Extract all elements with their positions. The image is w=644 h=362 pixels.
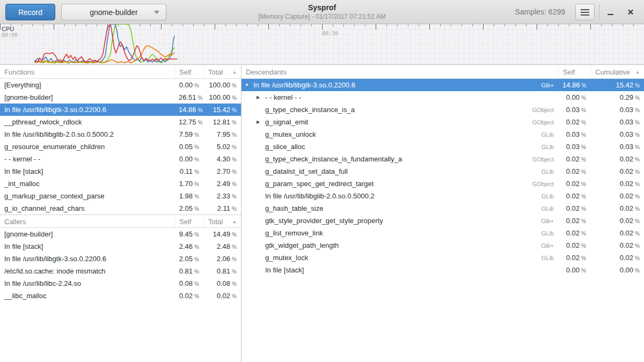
ruler-minor-tick [547,24,548,27]
column-header-self[interactable]: Self [174,215,203,228]
ruler-major-tick [215,24,215,29]
table-row[interactable]: g_type_check_instance_is_aGObject0.03%0.… [241,104,644,116]
column-header-self[interactable]: Self [174,65,203,79]
table-row[interactable]: __libc_malloc0.02%0.02% [0,290,241,302]
table-row[interactable]: In file [stack]0.11%2.70% [0,165,241,178]
column-header-self[interactable]: Self [558,65,590,79]
table-row[interactable]: g_mutex_unlockGLib0.03%0.03% [241,128,644,141]
percent-value: 0.08% [174,279,203,287]
descendants-table: ▼In file /usr/lib/libgtk-3.so.0.2200.6Gt… [241,79,644,276]
close-button[interactable]: ✕ [623,4,639,20]
percent-value: 0.00% [590,266,644,274]
table-row[interactable]: ▼In file /usr/lib/libgtk-3.so.0.2200.6Gt… [241,79,644,91]
percent-value: 100.00% [203,81,241,89]
ruler-minor-tick [623,24,623,27]
table-row[interactable]: g_resource_enumerate_children0.05%5.02% [0,141,241,153]
table-row[interactable]: g_param_spec_get_redirect_targetGObject0… [241,178,644,190]
percent-value: 0.02% [558,204,590,212]
table-row[interactable]: In file [stack]2.46%2.48% [0,240,241,253]
minimize-button[interactable] [602,4,618,20]
table-row[interactable]: [Everything]0.00%100.00% [0,79,241,91]
column-header-callers[interactable]: Callers [0,215,174,228]
table-row[interactable]: [gnome-builder]26.51%100.00% [0,91,241,104]
percent-value: 2.33% [203,192,241,200]
table-row[interactable]: g_list_remove_linkGLib0.02%0.02% [241,227,644,239]
function-name: g_markup_parse_context_parse [4,192,104,200]
process-selector[interactable]: gnome-builder [61,4,166,20]
table-row[interactable]: In file /usr/lib/libgtk-3.so.0.2200.614.… [0,104,241,116]
column-header-total[interactable]: Total ▲ [203,215,241,228]
table-row[interactable]: g_io_channel_read_chars2.05%2.11% [0,202,241,215]
record-button[interactable]: Record [5,4,55,20]
function-name: [gnome-builder] [4,93,53,101]
left-panel: Functions Self Total ▲ [Everything]0.00%… [0,65,241,362]
column-header-cumulative[interactable]: Cumulative ▲ [590,65,644,79]
sort-ascending-icon: ▲ [229,219,237,224]
function-name: In file [stack] [4,242,43,250]
chevron-down-icon [154,11,159,14]
table-row[interactable]: g_datalist_id_set_data_fullGLib0.02%0.02… [241,165,644,178]
sort-ascending-icon: ▲ [632,70,640,75]
table-row[interactable]: g_hash_table_sizeGLib0.02%0.02% [241,202,644,215]
table-row[interactable]: In file /usr/lib/libglib-2.0.so.0.5000.2… [241,190,644,202]
percent-value: 2.48% [203,242,241,250]
time-label-start: 00:00 [2,32,18,38]
percent-value: 1.98% [174,192,203,200]
row-name-cell: g_slice_allocGLib [241,143,558,151]
expander-closed-icon[interactable]: ▶ [257,120,265,124]
table-row[interactable]: In file /usr/lib/libglib-2.0.so.0.5000.2… [0,128,241,141]
table-row[interactable]: gtk_widget_path_lengthGtk+0.02%0.02% [241,239,644,252]
expander-open-icon[interactable]: ▼ [245,83,253,87]
row-name-cell: g_type_check_instance_is_fundamentally_a… [241,155,558,163]
function-name: _int_malloc [4,180,40,188]
table-row[interactable]: - - kernel - -0.00%4.30% [0,153,241,165]
function-name: In file /usr/lib/libgtk-3.so.0.2200.6 [253,81,355,89]
function-name: g_hash_table_size [265,204,323,212]
percent-value: 100.00% [203,93,241,101]
functions-header: Functions Self Total ▲ [0,65,241,79]
row-name-cell: - - kernel - - [0,155,174,163]
table-row[interactable]: g_type_check_instance_is_fundamentally_a… [241,153,644,165]
table-row[interactable]: In file /usr/lib/libgtk-3.so.0.2200.62.0… [0,253,241,265]
ruler-minor-tick [451,24,451,27]
table-row[interactable]: gtk_style_provider_get_style_propertyGtk… [241,215,644,227]
table-row[interactable]: __pthread_rwlock_rdlock12.75%12.81% [0,116,241,128]
function-name: [Everything] [4,81,41,89]
table-row[interactable]: [gnome-builder]9.45%14.49% [0,228,241,240]
function-name: gtk_widget_path_length [265,241,339,249]
percent-value: 0.29% [590,93,644,101]
table-row[interactable]: In file /usr/lib/libc-2.24.so0.08%0.08% [0,277,241,290]
table-row[interactable]: ▶g_signal_emitGObject0.02%0.03% [241,116,644,128]
percent-value: 0.03% [590,130,644,138]
ruler-major-tick [537,24,537,29]
function-name: __libc_malloc [4,292,47,300]
ruler-minor-tick [75,24,76,27]
percent-value: 9.45% [174,230,203,238]
right-panel: Descendants Self Cumulative ▲ ▼In file /… [241,65,644,362]
table-row[interactable]: g_markup_parse_context_parse1.98%2.33% [0,190,241,202]
percent-value: 0.02% [558,217,590,225]
close-icon: ✕ [627,8,634,17]
cpu-graph[interactable]: CPU 00:00 00:30 [0,24,644,65]
table-row[interactable]: /etc/ld.so.cache: inode mismatch0.81%0.8… [0,265,241,277]
percent-value: 0.02% [590,167,644,175]
column-header-total[interactable]: Total ▲ [203,65,241,79]
table-row[interactable]: ▶- - kernel - -0.00%0.29% [241,91,644,104]
ruler-minor-tick [193,24,194,27]
column-header-descendants[interactable]: Descendants [241,65,558,79]
table-row[interactable]: g_slice_allocGLib0.03%0.03% [241,141,644,153]
ruler-major-tick [483,24,484,29]
percent-value: 0.02% [590,180,644,188]
table-row[interactable]: g_mutex_lockGLib0.02%0.02% [241,252,644,264]
percent-value: 0.02% [590,204,644,212]
function-name: g_mutex_unlock [265,130,316,138]
menu-button[interactable] [575,4,595,20]
table-row[interactable]: In file [stack]0.00%0.00% [241,264,644,276]
percent-value: 0.03% [558,130,590,138]
table-row[interactable]: _int_malloc1.70%2.49% [0,178,241,190]
column-header-functions[interactable]: Functions [0,65,174,79]
expander-closed-icon[interactable]: ▶ [257,95,265,100]
row-name-cell: In file /usr/lib/libglib-2.0.so.0.5000.2… [241,192,558,200]
ruler-minor-tick [86,24,86,27]
row-name-cell: In file /usr/lib/libgtk-3.so.0.2200.6 [0,255,174,263]
